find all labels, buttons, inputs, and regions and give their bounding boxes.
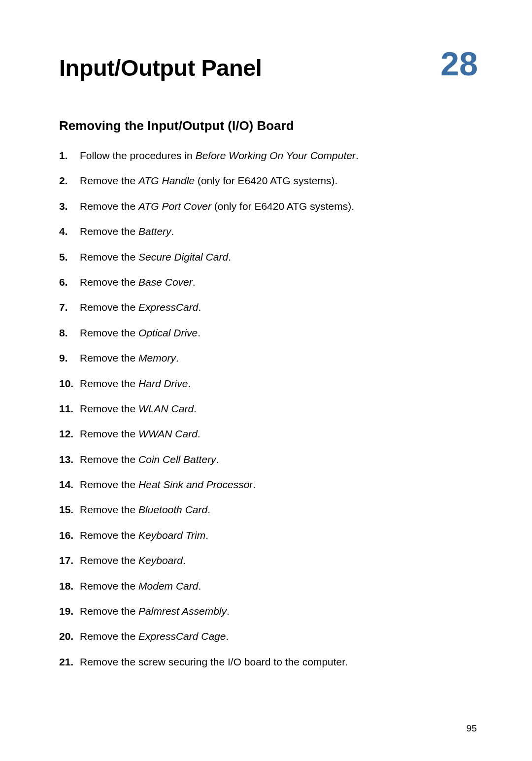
step-item: 14.Remove the Heat Sink and Processor.: [59, 477, 478, 492]
step-item: 13.Remove the Coin Cell Battery.: [59, 452, 478, 466]
step-item: 9.Remove the Memory.: [59, 351, 478, 365]
step-reference: Bluetooth Card: [138, 504, 207, 515]
step-reference: Heat Sink and Processor: [138, 479, 253, 490]
step-number: 10.: [59, 376, 80, 391]
step-reference: Coin Cell Battery: [138, 454, 216, 465]
steps-list: 1.Follow the procedures in Before Workin…: [59, 148, 478, 669]
step-item: 3.Remove the ATG Port Cover (only for E6…: [59, 199, 478, 213]
step-number: 20.: [59, 629, 80, 643]
step-text: Remove the Keyboard Trim.: [80, 528, 478, 542]
step-item: 6.Remove the Base Cover.: [59, 275, 478, 289]
step-number: 3.: [59, 199, 80, 213]
step-reference: WLAN Card: [138, 403, 194, 414]
step-reference: ATG Handle: [138, 175, 195, 186]
step-number: 16.: [59, 528, 80, 542]
step-text: Follow the procedures in Before Working …: [80, 148, 478, 163]
step-reference: Battery: [138, 226, 171, 237]
step-item: 7.Remove the ExpressCard.: [59, 300, 478, 314]
step-number: 12.: [59, 427, 80, 441]
chapter-number: 28: [440, 47, 478, 80]
step-number: 1.: [59, 148, 80, 163]
step-reference: Keyboard Trim: [138, 529, 205, 541]
step-item: 15.Remove the Bluetooth Card.: [59, 502, 478, 517]
step-text: Remove the Hard Drive.: [80, 376, 478, 391]
step-text: Remove the Secure Digital Card.: [80, 250, 478, 264]
step-reference: Base Cover: [138, 276, 193, 288]
step-text: Remove the ExpressCard.: [80, 300, 478, 314]
chapter-title: Input/Output Panel: [59, 54, 262, 81]
step-text: Remove the Palmrest Assembly.: [80, 604, 478, 618]
step-text: Remove the ATG Handle (only for E6420 AT…: [80, 173, 478, 188]
document-page: Input/Output Panel 28 Removing the Input…: [0, 0, 532, 709]
step-item: 1.Follow the procedures in Before Workin…: [59, 148, 478, 163]
step-reference: Secure Digital Card: [138, 251, 228, 263]
step-item: 16.Remove the Keyboard Trim.: [59, 528, 478, 542]
step-number: 17.: [59, 553, 80, 567]
step-text: Remove the WLAN Card.: [80, 401, 478, 416]
step-reference: Hard Drive: [138, 378, 188, 389]
step-item: 12.Remove the WWAN Card.: [59, 427, 478, 441]
step-reference: Palmrest Assembly: [138, 605, 227, 617]
step-reference: Optical Drive: [138, 327, 198, 338]
step-text: Remove the Memory.: [80, 351, 478, 365]
step-text: Remove the ExpressCard Cage.: [80, 629, 478, 643]
step-item: 21.Remove the screw securing the I/O boa…: [59, 655, 478, 669]
step-number: 8.: [59, 326, 80, 340]
step-number: 5.: [59, 250, 80, 264]
step-item: 11.Remove the WLAN Card.: [59, 401, 478, 416]
step-reference: Keyboard: [138, 555, 183, 566]
step-reference: ExpressCard: [138, 301, 198, 313]
step-reference: ATG Port Cover: [138, 200, 211, 212]
step-text: Remove the Base Cover.: [80, 275, 478, 289]
step-text: Remove the Modem Card.: [80, 579, 478, 593]
step-item: 10.Remove the Hard Drive.: [59, 376, 478, 391]
step-reference: Memory: [138, 352, 176, 364]
step-number: 15.: [59, 502, 80, 517]
step-item: 4.Remove the Battery.: [59, 224, 478, 238]
step-text: Remove the ATG Port Cover (only for E642…: [80, 199, 478, 213]
step-number: 13.: [59, 452, 80, 466]
step-text: Remove the Coin Cell Battery.: [80, 452, 478, 466]
section-title: Removing the Input/Output (I/O) Board: [59, 118, 478, 133]
step-reference: WWAN Card: [138, 428, 198, 439]
step-text: Remove the WWAN Card.: [80, 427, 478, 441]
step-item: 8.Remove the Optical Drive.: [59, 326, 478, 340]
step-item: 5.Remove the Secure Digital Card.: [59, 250, 478, 264]
step-text: Remove the Bluetooth Card.: [80, 502, 478, 517]
chapter-header: Input/Output Panel 28: [59, 54, 478, 81]
step-number: 21.: [59, 655, 80, 669]
page-number: 95: [466, 723, 477, 734]
step-text: Remove the Optical Drive.: [80, 326, 478, 340]
step-number: 6.: [59, 275, 80, 289]
step-item: 20.Remove the ExpressCard Cage.: [59, 629, 478, 643]
step-number: 4.: [59, 224, 80, 238]
step-reference: Modem Card: [138, 580, 198, 592]
step-item: 2.Remove the ATG Handle (only for E6420 …: [59, 173, 478, 188]
step-text: Remove the Battery.: [80, 224, 478, 238]
step-text: Remove the screw securing the I/O board …: [80, 655, 478, 669]
step-reference: ExpressCard Cage: [138, 630, 226, 642]
step-number: 18.: [59, 579, 80, 593]
step-number: 19.: [59, 604, 80, 618]
step-item: 19.Remove the Palmrest Assembly.: [59, 604, 478, 618]
step-item: 18.Remove the Modem Card.: [59, 579, 478, 593]
step-number: 11.: [59, 401, 80, 416]
step-text: Remove the Keyboard.: [80, 553, 478, 567]
step-reference: Before Working On Your Computer: [196, 150, 356, 161]
step-number: 14.: [59, 477, 80, 492]
step-text: Remove the Heat Sink and Processor.: [80, 477, 478, 492]
step-number: 2.: [59, 173, 80, 188]
step-number: 9.: [59, 351, 80, 365]
step-number: 7.: [59, 300, 80, 314]
step-item: 17.Remove the Keyboard.: [59, 553, 478, 567]
